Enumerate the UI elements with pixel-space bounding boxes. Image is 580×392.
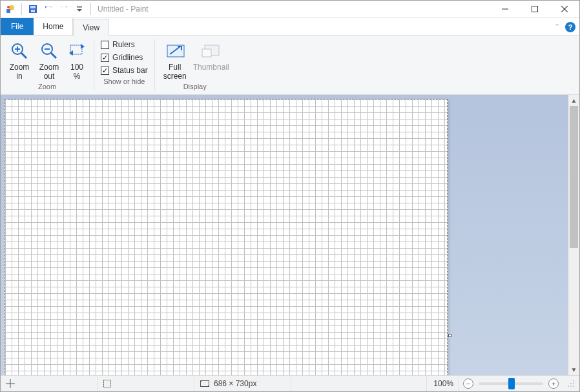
ribbon-group-label: Display bbox=[183, 82, 207, 93]
zoom-100-icon bbox=[67, 41, 87, 61]
status-zoom-label: 100% bbox=[427, 376, 459, 391]
minimize-button[interactable] bbox=[490, 1, 520, 18]
checkbox-icon bbox=[101, 67, 109, 75]
svg-point-27 bbox=[570, 383, 572, 384]
zoom-slider[interactable] bbox=[479, 382, 543, 385]
dimensions-icon bbox=[200, 379, 210, 388]
ribbon-group-display: Full screen Thumbnail Display bbox=[155, 36, 235, 94]
status-bar: 686 × 730px 100% − + bbox=[1, 375, 579, 391]
tab-home[interactable]: Home bbox=[34, 18, 73, 35]
zoom-100-button[interactable]: 100 % bbox=[64, 39, 90, 82]
rulers-checkbox[interactable]: Rulers bbox=[98, 38, 138, 51]
full-screen-icon bbox=[165, 41, 185, 61]
svg-point-29 bbox=[568, 386, 569, 387]
save-button[interactable] bbox=[26, 2, 40, 16]
tab-file[interactable]: File bbox=[1, 18, 34, 35]
svg-point-30 bbox=[570, 386, 572, 387]
statusbar-checkbox[interactable]: Status bar bbox=[98, 64, 150, 77]
workspace: ▲ ▼ bbox=[1, 95, 579, 375]
resize-grip-icon[interactable] bbox=[566, 379, 575, 388]
svg-rect-6 bbox=[77, 6, 82, 8]
window-title: Untitled - Paint bbox=[98, 5, 149, 14]
zoom-in-button[interactable]: Zoom in bbox=[5, 39, 34, 82]
status-selection bbox=[98, 376, 194, 391]
zoom-slider-thumb[interactable] bbox=[508, 378, 515, 389]
ribbon: Zoom in Zoom out 100 % Zoom Rulers bbox=[1, 36, 579, 95]
ribbon-group-zoom: Zoom in Zoom out 100 % Zoom bbox=[1, 36, 94, 94]
svg-line-14 bbox=[51, 53, 56, 58]
maximize-button[interactable] bbox=[520, 1, 550, 18]
svg-rect-8 bbox=[532, 6, 538, 12]
gridlines-checkbox[interactable]: Gridlines bbox=[98, 51, 145, 64]
zoom-out-status-button[interactable]: − bbox=[463, 378, 473, 389]
svg-rect-22 bbox=[104, 380, 111, 387]
status-cursor-pos bbox=[1, 376, 98, 391]
canvas-viewport[interactable] bbox=[1, 95, 568, 375]
app-icon bbox=[3, 2, 17, 16]
svg-rect-5 bbox=[31, 10, 35, 12]
svg-rect-24 bbox=[200, 380, 202, 382]
minimize-ribbon-button[interactable]: ⌃ bbox=[554, 23, 560, 31]
customize-qat-button[interactable] bbox=[72, 2, 87, 16]
zoom-out-button[interactable]: Zoom out bbox=[34, 39, 64, 82]
scroll-track[interactable] bbox=[568, 106, 579, 364]
svg-rect-23 bbox=[201, 381, 209, 387]
svg-point-2 bbox=[7, 6, 10, 8]
full-screen-button[interactable]: Full screen bbox=[159, 39, 191, 82]
status-dimensions: 686 × 730px bbox=[194, 376, 291, 391]
zoom-in-icon bbox=[9, 41, 30, 61]
svg-rect-4 bbox=[30, 6, 36, 8]
close-button[interactable] bbox=[550, 1, 579, 18]
vertical-scrollbar[interactable]: ▲ ▼ bbox=[568, 95, 579, 375]
ribbon-group-label: Zoom bbox=[38, 82, 56, 93]
ribbon-group-show: Rulers Gridlines Status bar Show or hide bbox=[94, 36, 154, 94]
svg-rect-7 bbox=[502, 9, 508, 10]
resize-handle-east[interactable] bbox=[448, 334, 451, 337]
scroll-thumb[interactable] bbox=[570, 106, 578, 248]
svg-point-31 bbox=[573, 386, 574, 387]
help-button[interactable]: ? bbox=[565, 22, 575, 32]
thumbnail-button: Thumbnail bbox=[191, 39, 231, 73]
crosshair-icon bbox=[6, 379, 15, 388]
svg-rect-25 bbox=[208, 386, 209, 387]
svg-point-28 bbox=[573, 383, 574, 384]
svg-rect-1 bbox=[6, 9, 10, 13]
thumbnail-icon bbox=[201, 41, 222, 61]
scroll-down-button[interactable]: ▼ bbox=[568, 364, 579, 375]
scroll-up-button[interactable]: ▲ bbox=[568, 95, 579, 106]
redo-button[interactable] bbox=[57, 2, 71, 16]
canvas[interactable] bbox=[5, 99, 448, 375]
svg-rect-19 bbox=[202, 49, 211, 57]
undo-button[interactable] bbox=[41, 2, 56, 16]
zoom-out-icon bbox=[39, 41, 59, 61]
svg-line-10 bbox=[21, 53, 26, 58]
checkbox-icon bbox=[101, 54, 109, 62]
ribbon-group-label: Show or hide bbox=[103, 77, 145, 88]
zoom-in-status-button[interactable]: + bbox=[548, 378, 559, 389]
svg-point-26 bbox=[573, 380, 574, 382]
tab-view[interactable]: View bbox=[73, 19, 109, 36]
tab-row: File Home View ⌃ ? bbox=[1, 18, 579, 36]
title-bar: Untitled - Paint bbox=[1, 1, 579, 18]
selection-icon bbox=[103, 379, 112, 388]
checkbox-icon bbox=[101, 41, 109, 49]
